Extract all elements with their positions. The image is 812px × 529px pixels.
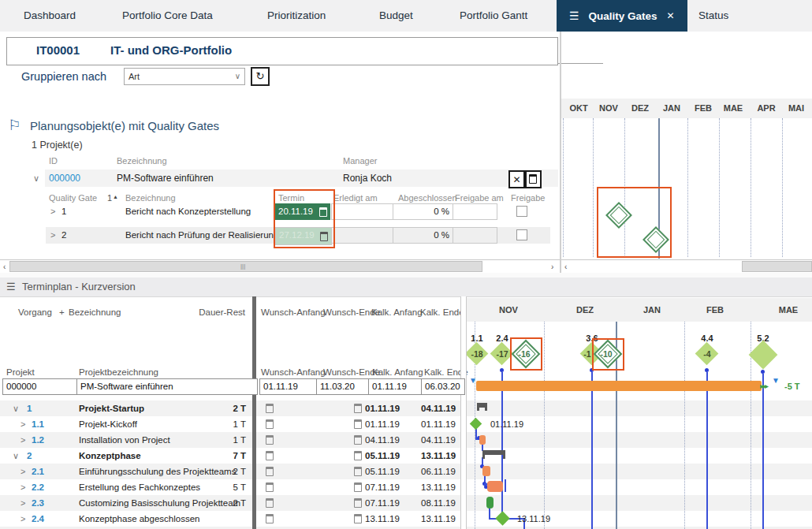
- sort-number[interactable]: 1: [107, 193, 112, 203]
- calendar-icon[interactable]: [266, 435, 274, 445]
- calendar-icon[interactable]: [354, 498, 362, 508]
- calendar-icon[interactable]: [354, 435, 362, 445]
- task-bar[interactable]: [482, 466, 490, 476]
- col-dauer-rest: Dauer-Rest: [193, 307, 245, 317]
- task-id[interactable]: 2: [27, 448, 32, 464]
- tab-quality-gates[interactable]: ☰ Quality Gates ✕: [557, 0, 687, 32]
- project-bar[interactable]: [476, 381, 762, 391]
- gantt-divider[interactable]: [460, 296, 467, 529]
- calendar-icon[interactable]: [354, 451, 362, 460]
- expander-icon[interactable]: ∨: [13, 448, 19, 464]
- tab-portfolio-gantt[interactable]: Portfolio Gantt: [460, 0, 527, 32]
- expander-icon[interactable]: >: [20, 495, 25, 511]
- menu-icon[interactable]: ☰: [569, 9, 579, 22]
- expander-icon[interactable]: >: [20, 432, 25, 448]
- calendar-icon[interactable]: [266, 514, 274, 523]
- erledigt-cell[interactable]: [331, 227, 393, 244]
- expander-icon[interactable]: >: [20, 479, 25, 495]
- project-id-link[interactable]: 000000: [49, 170, 80, 187]
- task-id[interactable]: 2.2: [32, 479, 44, 495]
- project-name-field[interactable]: PM-Software einführen: [76, 378, 258, 395]
- calendar-icon[interactable]: [266, 498, 274, 508]
- calendar-icon[interactable]: [354, 419, 362, 429]
- kalk-anfang-field[interactable]: 01.11.19: [368, 378, 423, 395]
- scrollbar-thumb[interactable]: [742, 261, 812, 272]
- calendar-icon[interactable]: [266, 451, 274, 460]
- scroll-right-icon[interactable]: ›: [551, 260, 553, 274]
- task-bar[interactable]: [479, 435, 486, 445]
- gridline: [544, 322, 545, 529]
- col-projekt: Projekt: [6, 367, 35, 377]
- column-divider[interactable]: [252, 296, 256, 529]
- col-projektbezeichnung: Projektbezeichnung: [79, 367, 158, 377]
- month-label: FEB: [691, 298, 739, 322]
- wunsch-ende-field[interactable]: 11.03.20: [316, 378, 371, 395]
- task-id[interactable]: 1: [27, 400, 32, 416]
- tab-portfolio-core-data[interactable]: Portfolio Core Data: [122, 0, 213, 32]
- group-by-select[interactable]: Art ∨: [124, 68, 245, 85]
- freigabe-checkbox[interactable]: [516, 229, 527, 240]
- calendar-icon[interactable]: [354, 467, 362, 476]
- calendar-button[interactable]: [525, 170, 542, 188]
- kalk-ende: 01.11.19: [421, 416, 456, 432]
- freigabe-am-cell[interactable]: [453, 227, 497, 244]
- expand-all-button[interactable]: +: [59, 307, 65, 317]
- scrollbar-grip: |||: [240, 262, 245, 271]
- summary-bar[interactable]: [482, 450, 505, 455]
- task-id[interactable]: 2.1: [32, 464, 44, 479]
- menu-icon[interactable]: ☰: [6, 278, 16, 296]
- expander-icon[interactable]: >: [50, 203, 55, 220]
- summary-bar-tooth: [482, 455, 485, 459]
- calendar-icon[interactable]: [266, 467, 274, 476]
- scroll-left-icon[interactable]: ‹: [3, 260, 6, 274]
- scrollbar-thumb[interactable]: |||: [9, 261, 482, 272]
- task-duration: 2 T: [213, 495, 246, 511]
- task-id[interactable]: 2.3: [32, 495, 44, 511]
- gridline: [593, 118, 594, 257]
- panel-splitter[interactable]: [560, 32, 561, 273]
- milestone-diamond[interactable]: [749, 341, 778, 370]
- calendar-icon[interactable]: [266, 482, 274, 492]
- task-id[interactable]: 1.1: [32, 416, 44, 432]
- calendar-icon[interactable]: [266, 419, 274, 429]
- tab-budget[interactable]: Budget: [379, 0, 413, 32]
- scroll-left-icon[interactable]: ‹: [564, 260, 567, 274]
- task-id[interactable]: 2.4: [32, 511, 44, 527]
- expander-icon[interactable]: >: [20, 511, 25, 527]
- tab-dashboard[interactable]: Dashboard: [24, 0, 76, 32]
- wunsch-anfang-field[interactable]: 01.11.19: [259, 378, 318, 395]
- task-duration: 2 T: [213, 400, 246, 416]
- task-milestone-diamond[interactable]: [495, 511, 509, 525]
- tab-prioritization[interactable]: Prioritization: [267, 0, 326, 32]
- close-icon[interactable]: ✕: [667, 10, 675, 21]
- calendar-icon[interactable]: [354, 404, 362, 413]
- sort-asc-icon[interactable]: ▲: [113, 194, 118, 199]
- delay-arrows-icon: ▸▸▸: [760, 382, 767, 390]
- delete-button[interactable]: ✕: [508, 170, 525, 188]
- project-id-field[interactable]: 000000: [2, 378, 80, 395]
- calendar-icon[interactable]: [354, 514, 362, 523]
- expander-icon[interactable]: >: [50, 227, 55, 244]
- freigabe-am-cell[interactable]: [453, 203, 497, 220]
- freigabe-checkbox[interactable]: [516, 206, 527, 217]
- qg-row-name: Bericht nach Konzepterstellung: [125, 203, 251, 220]
- expander-icon[interactable]: >: [20, 464, 25, 479]
- end-marker-icon: ▼: [772, 376, 780, 385]
- tab-status[interactable]: Status: [698, 0, 728, 32]
- task-id[interactable]: 1.2: [32, 432, 44, 448]
- expander-icon[interactable]: >: [20, 416, 25, 432]
- col-erledigt-am: Erledigt am: [333, 193, 378, 203]
- kalk-ende-field[interactable]: 06.03.20: [421, 378, 465, 395]
- expander-icon[interactable]: ∨: [13, 400, 19, 416]
- refresh-button[interactable]: ↻: [251, 67, 270, 86]
- task-bar[interactable]: [487, 481, 503, 492]
- calendar-icon[interactable]: [266, 404, 274, 413]
- task-milestone-diamond[interactable]: [470, 418, 482, 430]
- calendar-icon[interactable]: [354, 482, 362, 492]
- kalk-anfang: 01.11.19: [365, 400, 400, 416]
- expander-icon[interactable]: ∨: [33, 170, 39, 187]
- chevron-down-icon[interactable]: ∨: [235, 69, 240, 84]
- erledigt-cell[interactable]: [331, 203, 393, 220]
- kalk-anfang: 04.11.19: [365, 432, 400, 448]
- task-bar-done[interactable]: [486, 497, 494, 509]
